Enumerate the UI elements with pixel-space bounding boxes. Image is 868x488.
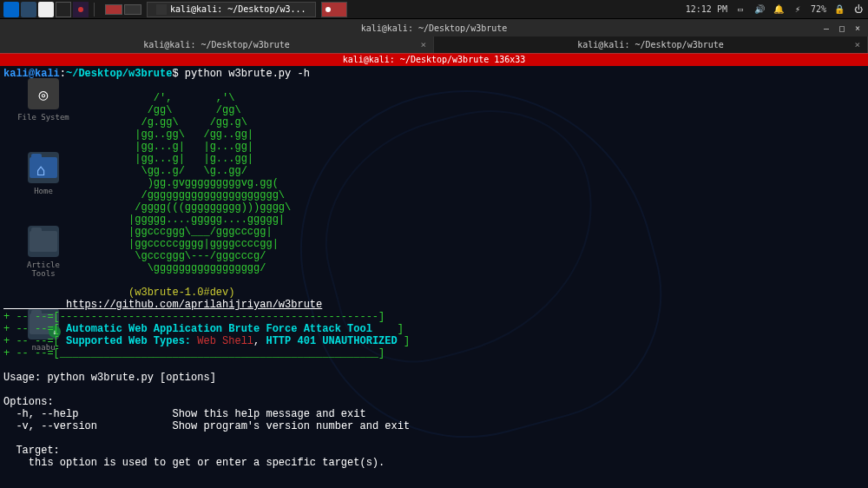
box-bottom: + -- --=[_______________________________… — [3, 347, 385, 359]
terminal-status-bar: kali@kali: ~/Desktop/w3brute 136x33 — [0, 54, 868, 66]
task-recorder[interactable] — [321, 2, 347, 17]
task-label: kali@kali: ~/Desktop/w3... — [170, 4, 306, 14]
opt1-flag: -h, --help — [3, 408, 78, 420]
box-top: + -- --=[-------------------------------… — [3, 311, 385, 323]
maximize-button[interactable]: □ — [837, 23, 847, 33]
workspace-2[interactable] — [124, 4, 141, 15]
task-terminal[interactable]: kali@kali: ~/Desktop/w3... — [147, 2, 316, 17]
taskbar: kali@kali: ~/Desktop/w3... 12:12 PM ▭ 🔊 … — [0, 0, 868, 19]
opt2-flag: -v, --version — [3, 420, 97, 432]
box2-cyan: HTTP 401 UNAUTHORIZED — [266, 335, 397, 347]
terminal-tab-1[interactable]: kali@kali: ~/Desktop/w3brute × — [0, 36, 434, 53]
opt2-desc: Show program's version number and exit — [97, 420, 410, 432]
box1-prefix: + -- --=[ — [3, 323, 66, 335]
prompt-dollar: $ — [172, 68, 178, 80]
battery-percent: 72% — [811, 4, 826, 14]
target-desc: this option is used to get or enter a sp… — [3, 457, 385, 469]
workspace-1[interactable] — [105, 4, 122, 15]
box1-text: Automatic Web Application Brute Force At… — [66, 323, 372, 335]
terminal-icon[interactable] — [56, 2, 71, 17]
github-link[interactable]: https://github.com/aprilahijriyan/w3brut… — [3, 299, 322, 311]
tab-1-label: kali@kali: ~/Desktop/w3brute — [143, 40, 290, 49]
record-dot-icon — [326, 7, 331, 12]
divider — [94, 3, 95, 16]
ascii-art: /', ,'\ /gg\ /gg\ /g.gg\ /gg.g\ |gg..gg\… — [3, 92, 291, 274]
battery-icon[interactable]: ⚡ — [792, 3, 804, 16]
volume-icon[interactable]: 🔊 — [753, 3, 766, 16]
version-line: (w3brute-1.0#dev) — [3, 287, 234, 299]
window-titlebar[interactable]: kali@kali: ~/Desktop/w3brute – □ × — [0, 19, 868, 36]
command-text: python w3brute.py -h — [179, 68, 310, 80]
minimize-button[interactable]: – — [821, 23, 832, 33]
window-title: kali@kali: ~/Desktop/w3brute — [361, 23, 508, 33]
tab-bar: kali@kali: ~/Desktop/w3brute × kali@kali… — [0, 36, 868, 54]
options-header: Options: — [3, 396, 54, 408]
taskbar-left: kali@kali: ~/Desktop/w3... — [3, 2, 347, 17]
tab-1-close-icon[interactable]: × — [420, 39, 426, 50]
display-icon[interactable]: ▭ — [734, 3, 746, 16]
box2-text1: Supported Web Types: — [66, 335, 197, 347]
usage-line: Usage: python w3brute.py [options] — [3, 372, 216, 384]
kali-menu-icon[interactable] — [3, 2, 19, 17]
terminal-tab-2[interactable]: kali@kali: ~/Desktop/w3brute × — [434, 36, 868, 53]
power-icon[interactable]: ⏻ — [852, 3, 865, 16]
close-button[interactable]: × — [852, 23, 863, 33]
terminal-window: kali@kali: ~/Desktop/w3brute – □ × kali@… — [0, 19, 868, 471]
lock-icon[interactable]: 🔒 — [833, 3, 845, 16]
taskbar-right: 12:12 PM ▭ 🔊 🔔 ⚡ 72% 🔒 ⏻ — [686, 3, 865, 16]
prompt-path: ~/Desktop/w3brute — [66, 68, 172, 80]
tab-2-label: kali@kali: ~/Desktop/w3brute — [577, 40, 724, 49]
terminal-content[interactable]: kali@kali:~/Desktop/w3brute$ python w3br… — [0, 66, 868, 471]
task-terminal-icon — [156, 4, 167, 15]
prompt-user: kali@kali — [3, 68, 60, 80]
files-icon[interactable] — [38, 2, 54, 17]
box2-suffix: ] — [398, 335, 410, 347]
clock[interactable]: 12:12 PM — [686, 4, 727, 14]
box2-sep: , — [253, 335, 266, 347]
window-controls: – □ × — [821, 23, 863, 33]
app-launcher-icon[interactable] — [21, 2, 36, 17]
notification-icon[interactable]: 🔔 — [773, 3, 785, 16]
workspace-switcher[interactable] — [105, 4, 141, 15]
box1-suffix: ] — [372, 323, 404, 335]
target-header: Target: — [3, 445, 60, 457]
recorder-icon[interactable] — [73, 2, 89, 17]
prompt-sep: : — [60, 68, 66, 80]
tab-2-close-icon[interactable]: × — [854, 39, 860, 50]
opt1-desc: Show this help message and exit — [78, 408, 365, 420]
box2-prefix: + -- --=[ — [3, 335, 66, 347]
box2-red: Web Shell — [197, 335, 253, 347]
